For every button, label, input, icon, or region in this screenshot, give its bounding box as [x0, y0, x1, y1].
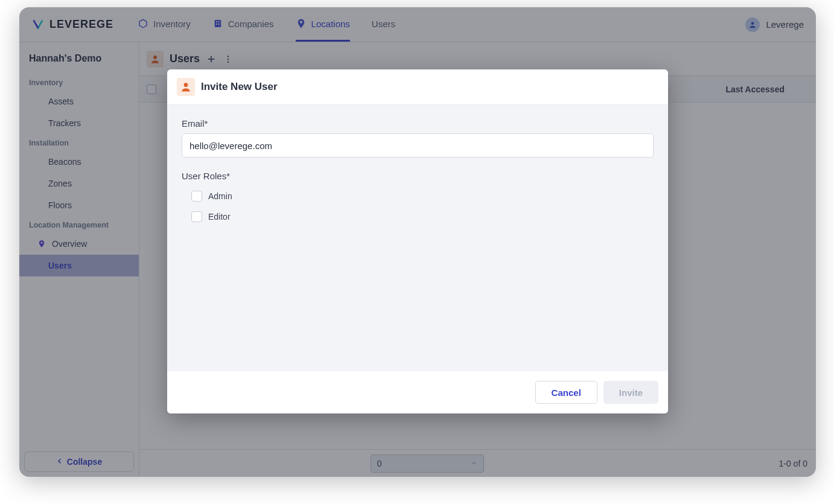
svg-point-10	[184, 83, 188, 87]
email-label: Email*	[182, 118, 654, 129]
role-option-admin[interactable]: Admin	[182, 186, 654, 206]
modal-footer: Cancel Invite	[167, 371, 668, 413]
role-option-editor[interactable]: Editor	[182, 206, 654, 227]
user-icon	[177, 78, 195, 96]
modal-header: Invite New User	[167, 69, 668, 105]
checkbox-icon	[191, 191, 202, 202]
roles-label: User Roles*	[182, 171, 654, 181]
modal-body: Email* User Roles* Admin Editor	[167, 105, 668, 371]
cancel-button[interactable]: Cancel	[535, 381, 597, 404]
invite-button[interactable]: Invite	[603, 381, 658, 404]
email-field[interactable]	[182, 133, 654, 158]
checkbox-icon	[191, 211, 202, 222]
modal-title: Invite New User	[201, 81, 278, 93]
invite-user-modal: Invite New User Email* User Roles* Admin…	[167, 69, 668, 413]
role-label: Admin	[208, 191, 232, 201]
role-label: Editor	[208, 212, 231, 222]
